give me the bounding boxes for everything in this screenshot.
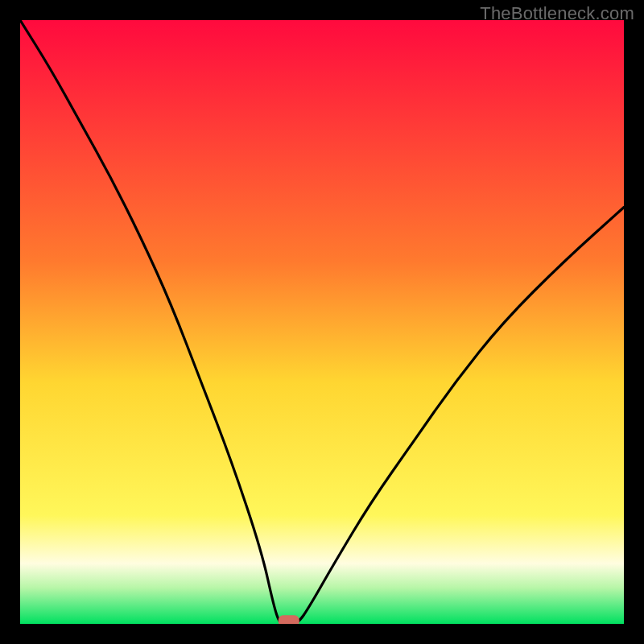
- watermark-label: TheBottleneck.com: [480, 3, 634, 24]
- plot-area: [20, 20, 624, 624]
- chart-frame: TheBottleneck.com: [0, 0, 644, 644]
- minimum-marker: [279, 615, 299, 624]
- bottleneck-chart: [20, 20, 624, 624]
- gradient-background: [20, 20, 624, 624]
